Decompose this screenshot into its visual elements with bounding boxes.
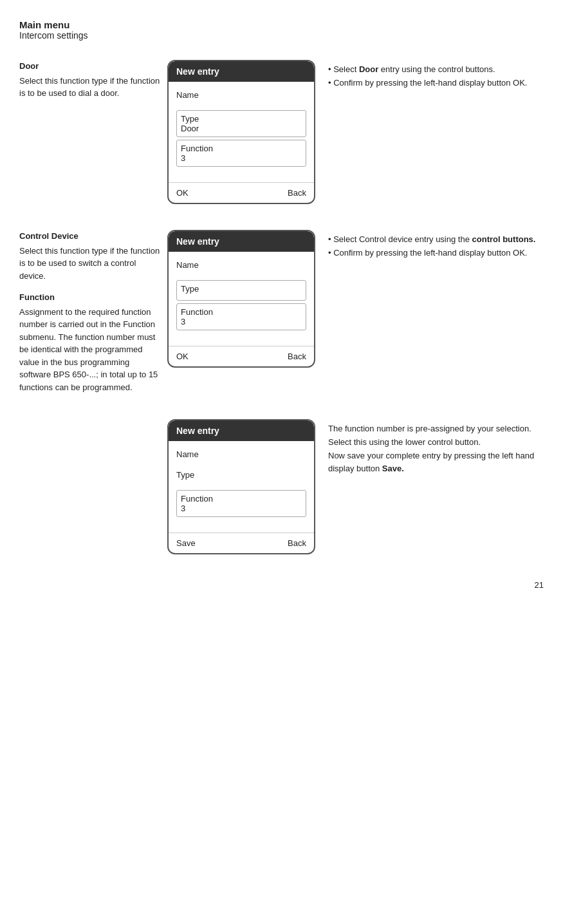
section-control-left: Control Device Select this function type… (19, 230, 167, 393)
function-body: Assignment to the required function numb… (19, 306, 161, 394)
door-instruction-2: • Confirm by pressing the left-hand disp… (328, 77, 544, 90)
section-control-device: Control Device Select this function type… (19, 230, 544, 393)
door-device-screen: New entry Name Type Door Function 3 OK B (167, 60, 315, 204)
control-screen-body: Name Type Function 3 (169, 252, 314, 346)
control-title: Control Device (19, 230, 161, 243)
control-back-button[interactable]: Back (288, 352, 306, 361)
section-door-screen: New entry Name Type Door Function 3 OK B (167, 60, 315, 204)
door-type-value: Door (181, 124, 302, 133)
save-back-button[interactable]: Back (288, 538, 306, 548)
control-device-screen: New entry Name Type Function 3 OK Back (167, 230, 315, 368)
control-name-label: Name (176, 257, 306, 278)
door-instruction-1: • Select Door entry using the control bu… (328, 63, 544, 77)
door-type-box: Type Door (176, 110, 306, 137)
save-name-label: Name (176, 446, 306, 467)
door-type-label: Type (181, 114, 302, 124)
save-function-value: 3 (181, 504, 302, 513)
save-type-label: Type (176, 467, 306, 487)
function-subtitle: Function (19, 291, 161, 304)
door-back-button[interactable]: Back (288, 188, 306, 198)
save-instruction-2: Select this using the lower control butt… (328, 436, 544, 449)
control-instruction-1: • Select Control device entry using the … (328, 233, 544, 247)
control-body: Select this function type if the functio… (19, 245, 161, 283)
section-door-left: Door Select this function type if the fu… (19, 60, 167, 100)
control-function-box: Function 3 (176, 303, 306, 330)
door-title: Door (19, 60, 161, 73)
section-control-screen: New entry Name Type Function 3 OK Back (167, 230, 315, 368)
save-instruction-3: Now save your complete entry by pressing… (328, 449, 544, 476)
section-save-right: The function number is pre-assigned by y… (328, 419, 544, 476)
control-function-value: 3 (181, 317, 302, 326)
save-screen-title: New entry (169, 420, 314, 441)
control-instruction-2: • Confirm by pressing the left-hand disp… (328, 247, 544, 260)
door-function-box: Function 3 (176, 140, 306, 167)
control-type-label: Type (181, 284, 302, 294)
control-screen-footer: OK Back (169, 346, 314, 366)
section-save-screen: New entry Name Type Function 3 Save Back (167, 419, 315, 554)
section-door: Door Select this function type if the fu… (19, 60, 544, 204)
save-function-box: Function 3 (176, 490, 306, 517)
door-screen-body: Name Type Door Function 3 (169, 82, 314, 182)
door-ok-button[interactable]: OK (176, 188, 189, 198)
save-device-screen: New entry Name Type Function 3 Save Back (167, 419, 315, 554)
control-function-label: Function (181, 307, 302, 317)
save-screen-body: Name Type Function 3 (169, 441, 314, 533)
door-function-label: Function (181, 144, 302, 153)
door-name-label: Name (176, 87, 306, 108)
control-type-box: Type (176, 280, 306, 301)
save-screen-footer: Save Back (169, 533, 314, 553)
door-screen-title: New entry (169, 61, 314, 82)
door-body: Select this function type if the functio… (19, 75, 161, 100)
save-save-button[interactable]: Save (176, 538, 196, 548)
door-function-value: 3 (181, 153, 302, 163)
door-screen-footer: OK Back (169, 182, 314, 203)
page-header: Main menu Intercom settings (19, 19, 544, 41)
section-control-right: • Select Control device entry using the … (328, 230, 544, 260)
section-save: New entry Name Type Function 3 Save Back… (19, 419, 544, 554)
save-instruction-1: The function number is pre-assigned by y… (328, 422, 544, 436)
page-subtitle: Intercom settings (19, 30, 544, 41)
section-door-right: • Select Door entry using the control bu… (328, 60, 544, 90)
control-screen-title: New entry (169, 231, 314, 252)
save-function-label: Function (181, 494, 302, 504)
control-ok-button[interactable]: OK (176, 352, 189, 361)
page-number: 21 (19, 580, 544, 590)
main-menu-title: Main menu (19, 19, 544, 30)
